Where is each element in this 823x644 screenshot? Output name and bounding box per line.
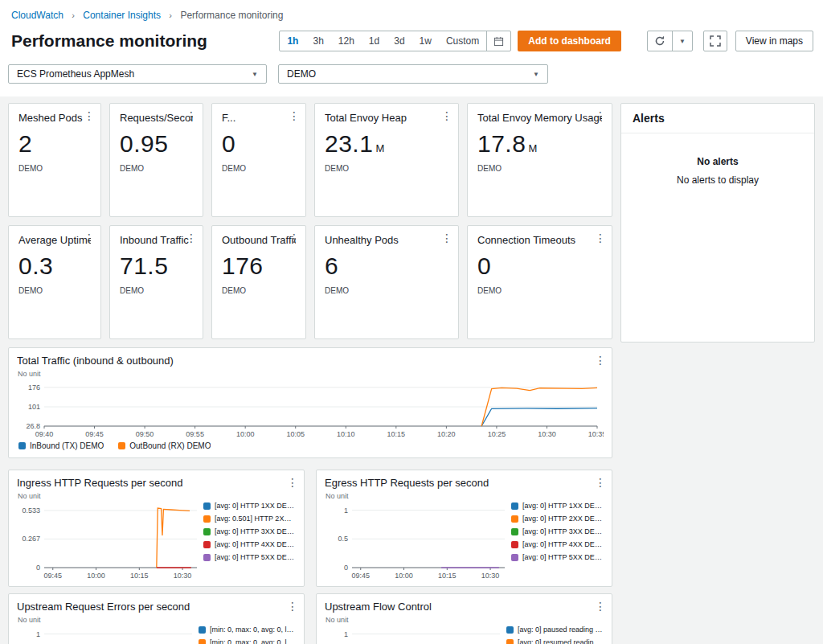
time-range-3d[interactable]: 3d	[387, 31, 412, 51]
upstream-flow-plot[interactable]: No unit1	[325, 616, 506, 644]
legend-item[interactable]: OutBound (RX) DEMO	[118, 441, 211, 450]
svg-text:0: 0	[36, 564, 40, 572]
content: Meshed Pods ⋮ 2 DEMO Requests/Second ⋮ 0…	[0, 96, 823, 644]
metric-value: 0.3	[18, 252, 91, 280]
chart-egress-http: Egress HTTP Requests per second ⋮ No uni…	[316, 470, 612, 587]
svg-text:10:15: 10:15	[387, 430, 406, 438]
time-range-1d[interactable]: 1d	[362, 31, 387, 51]
add-to-dashboard-button[interactable]: Add to dashboard	[518, 31, 621, 51]
time-range-1h[interactable]: 1h	[280, 31, 305, 51]
refresh-options-button[interactable]: ▼	[672, 31, 692, 51]
legend-item[interactable]: [avg: 0] HTTP 1XX DEMO	[203, 502, 296, 510]
legend-item[interactable]: [avg: 0] HTTP 5XX DEMO	[203, 553, 296, 561]
breadcrumb-separator-icon: ›	[72, 10, 75, 20]
kebab-menu-icon[interactable]: ⋮	[595, 355, 606, 366]
refresh-button[interactable]	[648, 31, 672, 51]
metric-title: Outbound Traffic	[222, 234, 296, 246]
ingress-plot[interactable]: No unit0.5330.267009:4510:0010:1510:30	[17, 492, 203, 582]
metric-number: 176	[222, 252, 264, 279]
svg-text:1: 1	[344, 630, 348, 638]
time-range-custom[interactable]: Custom	[439, 31, 486, 51]
toolbar: 1h 3h 12h 1d 3d 1w Custom Add to dashboa…	[279, 31, 813, 51]
legend-label: [avg: 0] HTTP 5XX DEMO	[522, 553, 604, 561]
metric-title: Total Envoy Memory Usage	[477, 112, 602, 124]
breadcrumb-container-insights[interactable]: Container Insights	[83, 10, 161, 21]
legend-item[interactable]: [avg: 0] HTTP 4XX DEMO	[511, 540, 604, 548]
legend-label: InBound (TX) DEMO	[30, 441, 104, 450]
legend-item[interactable]: InBound (TX) DEMO	[18, 441, 104, 450]
calendar-button[interactable]	[486, 31, 510, 51]
legend-item[interactable]: [min: 0, max: 0, avg: 0, last: 0]...	[199, 626, 296, 634]
dimension-select[interactable]: DEMO ▼	[278, 64, 548, 84]
svg-text:0.5: 0.5	[338, 535, 348, 543]
metric-value: 17.8M	[477, 130, 602, 158]
metric-card-outbound-traffic: Outbound Traffic ⋮ 176 DEMO	[211, 225, 306, 339]
time-range-1w[interactable]: 1w	[412, 31, 439, 51]
metric-card-unhealthy-pods: Unhealthy Pods ⋮ 6 DEMO	[314, 225, 459, 339]
kebab-menu-icon[interactable]: ⋮	[289, 110, 300, 121]
legend-swatch-icon	[199, 626, 206, 634]
upstream-errors-plot[interactable]: No unit1	[17, 616, 199, 644]
time-range-3h[interactable]: 3h	[305, 31, 330, 51]
legend-item[interactable]: [avg: 0] HTTP 3XX DEMO	[203, 527, 296, 535]
alerts-empty-message: No alerts to display	[621, 174, 814, 186]
kebab-menu-icon[interactable]: ⋮	[186, 232, 197, 244]
metric-value: 71.5	[120, 252, 193, 280]
metric-value: 0	[222, 130, 296, 158]
metric-dimension-label: DEMO	[222, 286, 296, 295]
kebab-menu-icon[interactable]: ⋮	[289, 232, 300, 244]
kebab-menu-icon[interactable]: ⋮	[595, 601, 606, 612]
time-range-group: 1h 3h 12h 1d 3d 1w Custom	[279, 31, 511, 51]
legend-swatch-icon	[511, 515, 518, 523]
legend-label: [avg: 0] HTTP 1XX DEMO	[522, 502, 604, 510]
metric-value: 0.95	[120, 130, 193, 158]
metric-dimension-label: DEMO	[325, 286, 448, 295]
legend-label: [avg: 0] HTTP 3XX DEMO	[215, 527, 296, 535]
fullscreen-button[interactable]	[703, 31, 727, 51]
kebab-menu-icon[interactable]: ⋮	[595, 477, 606, 488]
legend-label: [avg: 0] HTTP 5XX DEMO	[215, 553, 296, 561]
legend-item[interactable]: [avg: 0] HTTP 5XX DEMO	[511, 553, 604, 561]
svg-text:10:00: 10:00	[87, 572, 105, 580]
legend-item[interactable]: [avg: 0] HTTP 1XX DEMO	[511, 502, 604, 510]
legend-item[interactable]: [avg: 0] HTTP 3XX DEMO	[511, 527, 604, 535]
total-traffic-plot[interactable]: No unit17610126.809:4009:4509:5009:5510:…	[17, 370, 604, 441]
time-range-12h[interactable]: 12h	[331, 31, 362, 51]
legend-item[interactable]: [min: 0, max: 0, avg: 0, last: 0]...	[199, 638, 296, 644]
metric-dimension-label: DEMO	[222, 164, 296, 173]
metric-title: Inbound Traffic	[120, 234, 193, 246]
svg-text:No unit: No unit	[326, 492, 349, 500]
legend-item[interactable]: [avg: 0] HTTP 4XX DEMO	[203, 540, 296, 548]
kebab-menu-icon[interactable]: ⋮	[595, 232, 606, 244]
svg-text:10:05: 10:05	[286, 430, 305, 438]
kebab-menu-icon[interactable]: ⋮	[186, 110, 197, 121]
legend-item[interactable]: [avg: 0.501] HTTP 2XX DEMO	[203, 515, 296, 523]
dimension-value: DEMO	[287, 68, 316, 80]
kebab-menu-icon[interactable]: ⋮	[287, 601, 298, 612]
page-title: Performance monitoring	[11, 31, 207, 51]
metric-value: 23.1M	[325, 130, 448, 158]
kebab-menu-icon[interactable]: ⋮	[84, 110, 95, 121]
metric-number: 2	[18, 130, 32, 157]
alerts-title: Alerts	[621, 104, 814, 133]
legend-item[interactable]: [avg: 0] paused reading from ...	[506, 626, 604, 634]
metric-title: Average Uptime	[18, 234, 91, 246]
legend-swatch-icon	[203, 528, 211, 535]
kebab-menu-icon[interactable]: ⋮	[441, 232, 452, 244]
metric-dimension-label: DEMO	[120, 164, 193, 173]
legend-item[interactable]: [avg: 0] resumed reading fro...	[506, 638, 604, 644]
view-in-maps-button[interactable]: View in maps	[735, 31, 813, 51]
legend-swatch-icon	[511, 541, 518, 548]
metric-value: 0	[477, 252, 602, 280]
svg-text:10:30: 10:30	[174, 572, 192, 580]
svg-text:No unit: No unit	[18, 492, 41, 500]
egress-plot[interactable]: No unit10.5009:4510:0010:1510:30	[325, 492, 511, 582]
kebab-menu-icon[interactable]: ⋮	[595, 110, 606, 121]
kebab-menu-icon[interactable]: ⋮	[441, 110, 452, 121]
kebab-menu-icon[interactable]: ⋮	[287, 477, 298, 488]
breadcrumb-cloudwatch[interactable]: CloudWatch	[11, 10, 63, 21]
legend-item[interactable]: [avg: 0] HTTP 2XX DEMO	[511, 515, 604, 523]
svg-text:101: 101	[28, 403, 40, 411]
kebab-menu-icon[interactable]: ⋮	[84, 232, 95, 244]
metric-source-select[interactable]: ECS Prometheus AppMesh ▼	[8, 64, 267, 84]
